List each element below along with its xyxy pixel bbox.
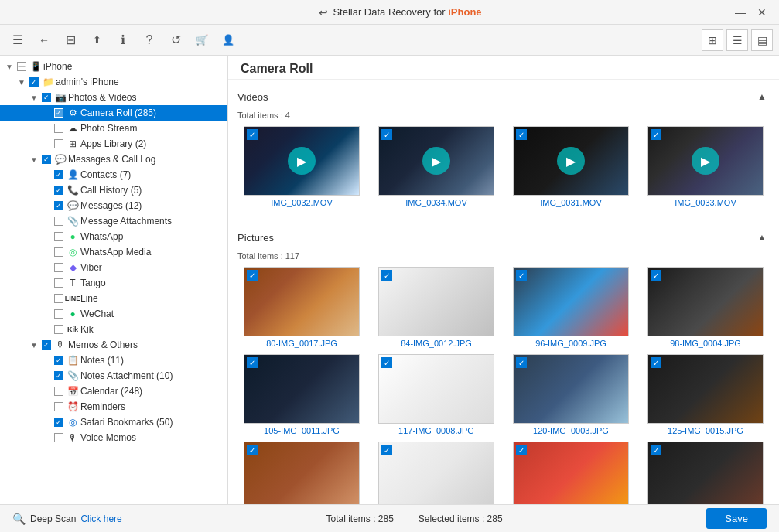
sidebar-item-camera-roll[interactable]: ⠀ ✓ ⚙ Camera Roll (285) [0,105,227,121]
media-item-p3[interactable]: ✓ 96-IMG_0009.JPG [507,267,635,348]
sidebar-item-safari-bookmarks[interactable]: ⠀ ✓ ◎ Safari Bookmarks (50) [0,414,227,430]
pic-cb-r2[interactable]: ✓ [381,445,392,455]
cb-call-history[interactable]: ✓ [54,186,63,195]
sidebar-item-iphone[interactable]: ▼ — 📱 iPhone [0,59,227,74]
media-item-p1[interactable]: ✓ 80-IMG_0017.JPG [237,267,366,348]
pic-cb-p1[interactable]: ✓ [247,270,258,281]
cb-messages-call-log[interactable]: ✓ [42,155,51,164]
pic-cb-r1[interactable]: ✓ [247,445,258,455]
cb-notes-attachment[interactable]: ✓ [54,371,63,380]
media-item-p5[interactable]: ✓ 105-IMG_0011.JPG [237,354,366,435]
grid-view-button[interactable]: ⊞ [702,29,723,51]
sidebar-item-notes[interactable]: ⠀ ✓ 📋 Notes (11) [0,353,227,368]
pic-cb-p7[interactable]: ✓ [516,357,527,368]
cb-admin[interactable]: ✓ [29,77,39,87]
cb-reminders[interactable] [54,402,63,411]
sidebar-item-message-attachments[interactable]: ⠀ 📎 Message Attachments [0,213,227,229]
sidebar-item-calendar[interactable]: ⠀ 📅 Calendar (248) [0,384,227,399]
cb-kik[interactable] [54,325,63,334]
upload-button[interactable]: ⬆ [85,29,108,52]
sidebar-item-whatsapp-media[interactable]: ⠀ ◎ WhatsApp Media [0,244,227,260]
history-button[interactable]: ⊟ [59,29,82,52]
sidebar-item-call-history[interactable]: ⠀ ✓ 📞 Call History (5) [0,182,227,198]
refresh-button[interactable]: ↺ [164,29,187,52]
media-item-r2[interactable]: ✓ [372,442,501,504]
sidebar-item-contacts[interactable]: ⠀ ✓ 👤 Contacts (7) [0,167,227,182]
help-button[interactable]: ? [138,29,161,52]
media-item-v2[interactable]: ✓ ▶ IMG_0034.MOV [372,126,501,207]
cb-apps-library[interactable] [54,139,63,148]
sidebar-item-messages-call-log[interactable]: ▼ ✓ 💬 Messages & Call Log [0,152,227,167]
cb-photo-stream[interactable] [54,124,63,133]
pic-cb-p3[interactable]: ✓ [516,270,527,281]
sidebar-item-line[interactable]: ⠀ LINE Line [0,291,227,306]
cb-photos-videos[interactable]: ✓ [42,93,51,102]
cb-iphone[interactable]: — [17,62,26,71]
media-item-r4[interactable]: ✓ [641,442,770,504]
pic-cb-p8[interactable]: ✓ [651,357,661,368]
save-button[interactable]: Save [706,508,767,529]
cb-whatsapp-media[interactable] [54,247,63,257]
media-item-p7[interactable]: ✓ 120-IMG_0003.JPG [507,354,635,435]
pic-cb-p5[interactable]: ✓ [247,357,258,368]
media-item-v4[interactable]: ✓ ▶ IMG_0033.MOV [641,126,770,207]
cb-line[interactable] [54,294,63,303]
sidebar-item-photos-videos[interactable]: ▼ ✓ 📷 Photos & Videos [0,90,227,105]
cb-wechat[interactable] [54,309,63,319]
media-item-r3[interactable]: ✓ [507,442,635,504]
cb-message-attachments[interactable] [54,217,63,226]
pic-cb-p4[interactable]: ✓ [651,270,661,281]
back-button[interactable]: ← [32,29,56,52]
close-button[interactable]: ✕ [753,3,771,22]
cb-memos-others[interactable]: ✓ [42,340,51,350]
media-item-v1[interactable]: ✓ ▶ IMG_0032.MOV [237,126,366,207]
cart-button[interactable]: 🛒 [190,29,214,52]
sidebar-item-voice-memos[interactable]: ⠀ 🎙 Voice Memos [0,430,227,445]
cb-calendar[interactable] [54,387,63,396]
user-button[interactable]: 👤 [217,29,240,52]
cb-contacts[interactable]: ✓ [54,170,63,179]
video-cb-v1[interactable]: ✓ [247,129,258,140]
minimize-button[interactable]: — [731,3,750,22]
media-item-p8[interactable]: ✓ 125-IMG_0015.JPG [641,354,770,435]
sidebar-item-photo-stream[interactable]: ⠀ ☁ Photo Stream [0,121,227,136]
media-item-r1[interactable]: ✓ [237,442,366,504]
video-cb-v4[interactable]: ✓ [651,129,661,140]
videos-collapse-button[interactable]: ▲ [754,89,770,104]
sidebar-item-whatsapp[interactable]: ⠀ ● WhatsApp [0,229,227,244]
list-view-button[interactable]: ☰ [726,29,748,51]
pictures-collapse-button[interactable]: ▲ [754,230,770,245]
menu-button[interactable]: ☰ [6,29,29,52]
media-item-p6[interactable]: ✓ 117-IMG_0008.JPG [372,354,501,435]
sidebar-item-wechat[interactable]: ⠀ ● WeChat [0,306,227,322]
pic-cb-p2[interactable]: ✓ [381,270,392,281]
detail-view-button[interactable]: ▤ [751,29,773,51]
cb-notes[interactable]: ✓ [54,356,63,365]
sidebar-item-messages[interactable]: ⠀ ✓ 💬 Messages (12) [0,198,227,213]
sidebar-item-admin[interactable]: ▼ ✓ 📁 admin's iPhone [0,74,227,90]
cb-tango[interactable] [54,278,63,288]
cb-safari-bookmarks[interactable]: ✓ [54,418,63,427]
click-here-link[interactable]: Click here [80,513,121,524]
cb-voice-memos[interactable] [54,433,63,442]
pic-cb-p6[interactable]: ✓ [381,357,392,368]
media-item-v3[interactable]: ✓ ▶ IMG_0031.MOV [507,126,635,207]
cb-whatsapp[interactable] [54,232,63,241]
cb-camera-roll[interactable]: ✓ [54,108,63,118]
info-button[interactable]: ℹ [111,29,135,52]
media-item-p2[interactable]: ✓ 84-IMG_0012.JPG [372,267,501,348]
sidebar-item-tango[interactable]: ⠀ T Tango [0,275,227,291]
cb-viber[interactable] [54,263,63,272]
pic-cb-r3[interactable]: ✓ [516,445,527,455]
cb-messages[interactable]: ✓ [54,201,63,210]
sidebar-item-kik[interactable]: ⠀ Kik Kik [0,322,227,337]
pic-cb-r4[interactable]: ✓ [651,445,661,455]
content-scroll[interactable]: Videos ▲ Total items : 4 ✓ ▶ IMG_0032.MO… [228,80,779,504]
media-item-p4[interactable]: ✓ 98-IMG_0004.JPG [641,267,770,348]
sidebar-item-reminders[interactable]: ⠀ ⏰ Reminders [0,399,227,414]
sidebar-item-memos-others[interactable]: ▼ ✓ 🎙 Memos & Others [0,337,227,353]
video-cb-v2[interactable]: ✓ [381,129,392,140]
sidebar-item-notes-attachment[interactable]: ⠀ ✓ 📎 Notes Attachment (10) [0,368,227,384]
video-cb-v3[interactable]: ✓ [516,129,527,140]
sidebar-item-apps-library[interactable]: ⠀ ⊞ Apps Library (2) [0,136,227,152]
